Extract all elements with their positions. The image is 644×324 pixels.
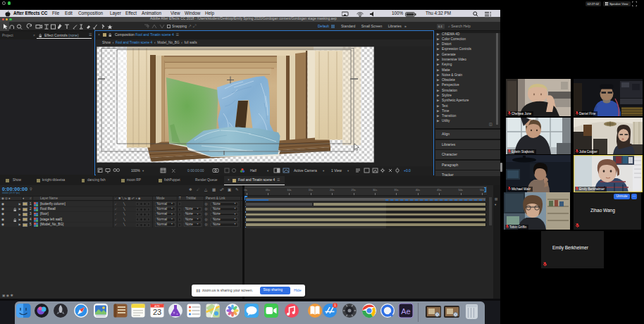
svg-text:▾: ▾ (267, 169, 269, 173)
svg-text:▾: ▾ (323, 169, 325, 173)
svg-text:Ae: Ae (401, 307, 410, 316)
svg-text:▾: ▾ (142, 169, 144, 173)
svg-text:23: 23 (153, 308, 161, 316)
svg-text:0:00:00:00: 0:00:00:00 (187, 168, 204, 173)
svg-text:APR: APR (154, 305, 160, 308)
svg-text:1 View: 1 View (331, 168, 342, 173)
svg-text:100%: 100% (131, 168, 140, 173)
svg-text:▾: ▾ (347, 169, 349, 173)
svg-text:Active Camera: Active Camera (294, 168, 317, 173)
svg-text:+0.0: +0.0 (404, 168, 411, 173)
svg-text:Half: Half (250, 168, 257, 173)
